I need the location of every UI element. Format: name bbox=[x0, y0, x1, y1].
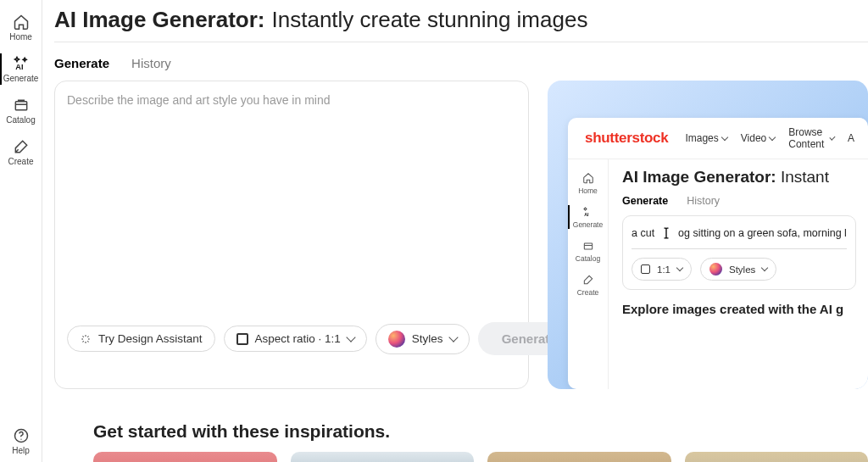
styles-label: Styles bbox=[412, 332, 443, 345]
chevron-down-icon bbox=[448, 332, 458, 342]
preview-tab-history[interactable]: History bbox=[687, 195, 720, 207]
page-title-bold: AI Image Generator: bbox=[54, 7, 265, 33]
content-row: Try Design Assistant Aspect ratio · 1:1 … bbox=[54, 81, 868, 389]
aspect-ratio-button[interactable]: Aspect ratio · 1:1 bbox=[224, 326, 367, 352]
svg-rect-5 bbox=[584, 243, 592, 249]
left-sidebar: Home AI Generate Catalog Create Help bbox=[0, 0, 42, 462]
create-icon bbox=[13, 138, 30, 155]
preview-title: AI Image Generator: Instant bbox=[622, 168, 856, 186]
sidebar-item-label: Help bbox=[12, 446, 30, 455]
page-title-light: Instantly create stunning images bbox=[272, 7, 588, 33]
preview-nav-video[interactable]: Video bbox=[741, 126, 775, 150]
sidebar-item-help[interactable]: Help bbox=[0, 420, 42, 462]
try-design-assistant-button[interactable]: Try Design Assistant bbox=[67, 326, 215, 352]
preview-topbar: shutterstock Images Video Browse Content… bbox=[568, 118, 868, 159]
chevron-down-icon bbox=[830, 134, 836, 140]
inspiration-thumb[interactable] bbox=[93, 452, 277, 462]
main-content: AI Image Generator: Instantly create stu… bbox=[42, 0, 868, 462]
preview-nav-images[interactable]: Images bbox=[685, 126, 726, 150]
aspect-square-icon bbox=[236, 333, 248, 345]
chevron-down-icon bbox=[346, 332, 355, 342]
preview-prompt-text[interactable]: a cut og sitting on a green sofa, mornin… bbox=[632, 225, 847, 249]
catalog-icon bbox=[581, 239, 595, 253]
svg-text:AI: AI bbox=[15, 63, 23, 71]
text-cursor-icon bbox=[658, 225, 675, 242]
preview-window: shutterstock Images Video Browse Content… bbox=[568, 118, 868, 389]
aspect-label: Aspect ratio · 1:1 bbox=[255, 332, 341, 345]
preview-styles-button[interactable]: Styles bbox=[700, 258, 776, 281]
tab-history[interactable]: History bbox=[131, 56, 171, 70]
catalog-icon bbox=[13, 97, 30, 114]
preview-nav: Images Video Browse Content A bbox=[685, 126, 854, 150]
wand-icon bbox=[80, 333, 92, 345]
prompt-input[interactable] bbox=[67, 93, 516, 297]
create-icon bbox=[581, 273, 595, 287]
chevron-down-icon bbox=[676, 264, 683, 271]
page-title: AI Image Generator: Instantly create stu… bbox=[54, 0, 868, 42]
preview-nav-browse[interactable]: Browse Content bbox=[788, 126, 834, 150]
preview-prompt-card: a cut og sitting on a green sofa, mornin… bbox=[622, 215, 856, 290]
assistant-label: Try Design Assistant bbox=[98, 332, 203, 345]
preview-side-create[interactable]: Create bbox=[568, 268, 608, 302]
sidebar-item-label: Create bbox=[8, 157, 33, 166]
prompt-card: Try Design Assistant Aspect ratio · 1:1 … bbox=[54, 81, 529, 389]
help-icon bbox=[13, 427, 30, 444]
preview-pill-row: 1:1 Styles bbox=[632, 258, 847, 281]
ai-sparkle-icon: AI bbox=[581, 205, 595, 219]
style-thumb-icon bbox=[709, 263, 722, 276]
sidebar-item-label: Home bbox=[9, 32, 32, 42]
sidebar-item-home[interactable]: Home bbox=[0, 7, 42, 48]
ai-sparkle-icon: AI bbox=[13, 55, 30, 72]
svg-text:AI: AI bbox=[584, 212, 589, 217]
inspiration-thumb[interactable] bbox=[685, 452, 869, 462]
prompt-toolbar: Try Design Assistant Aspect ratio · 1:1 … bbox=[67, 297, 516, 355]
preview-sidebar: Home AI Generate Catalog bbox=[568, 159, 609, 389]
aspect-square-icon bbox=[641, 264, 650, 274]
preview-main: AI Image Generator: Instant Generate His… bbox=[609, 159, 868, 389]
preview-side-catalog[interactable]: Catalog bbox=[568, 234, 608, 268]
sidebar-item-create[interactable]: Create bbox=[0, 131, 42, 173]
chevron-down-icon bbox=[721, 133, 728, 140]
svg-rect-1 bbox=[15, 102, 26, 110]
sidebar-item-catalog[interactable]: Catalog bbox=[0, 90, 42, 131]
svg-point-3 bbox=[20, 439, 21, 440]
home-icon bbox=[13, 14, 30, 31]
style-thumb-icon bbox=[388, 331, 405, 348]
styles-button[interactable]: Styles bbox=[376, 324, 470, 354]
preview-side-generate[interactable]: AI Generate bbox=[568, 200, 608, 234]
sidebar-item-generate[interactable]: AI Generate bbox=[0, 48, 42, 90]
inspiration-thumb[interactable] bbox=[291, 452, 475, 462]
preview-explore-heading: Explore images created with the AI g bbox=[622, 302, 856, 316]
preview-panel: shutterstock Images Video Browse Content… bbox=[548, 81, 868, 389]
chevron-down-icon bbox=[769, 133, 776, 140]
preview-side-home[interactable]: Home bbox=[568, 166, 608, 200]
preview-tabs: Generate History bbox=[622, 195, 856, 207]
tab-generate[interactable]: Generate bbox=[54, 56, 109, 70]
chevron-down-icon bbox=[761, 264, 768, 271]
inspiration-thumbs bbox=[54, 452, 868, 462]
home-icon bbox=[581, 171, 595, 185]
primary-tabs: Generate History bbox=[54, 42, 868, 81]
preview-aspect-button[interactable]: 1:1 bbox=[632, 258, 692, 281]
preview-tab-generate[interactable]: Generate bbox=[622, 195, 668, 207]
preview-body: Home AI Generate Catalog bbox=[568, 159, 868, 389]
sidebar-item-label: Catalog bbox=[6, 115, 35, 125]
sidebar-item-label: Generate bbox=[3, 74, 39, 83]
preview-nav-more[interactable]: A bbox=[848, 126, 854, 150]
brand-logo: shutterstock bbox=[585, 130, 668, 147]
inspiration-thumb[interactable] bbox=[487, 452, 671, 462]
inspirations-heading: Get started with these inspirations. bbox=[54, 389, 868, 452]
